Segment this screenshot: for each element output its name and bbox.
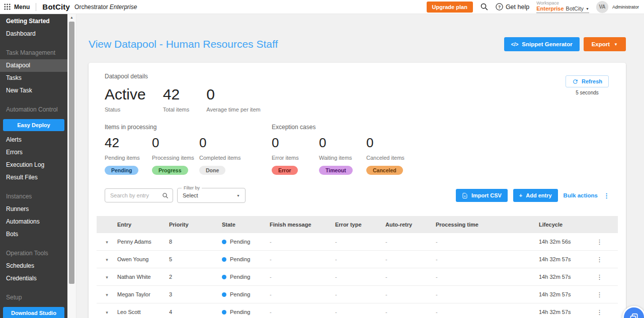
bulk-actions-button[interactable]: Bulk actions [564,192,598,198]
sidebar-item-result-files[interactable]: Result Files [0,171,67,184]
search-entry-input[interactable] [109,192,162,199]
menu-button[interactable]: Menu [14,4,30,11]
column-header-entry: Entry [117,222,169,228]
sidebar-section-setup: Setup [0,291,67,304]
stat-label: Average time per item [206,107,260,113]
sidebar-item-new-task[interactable]: New Task [0,84,67,97]
expand-row-icon[interactable]: ▾ [106,275,108,280]
refresh-label: Refresh [582,78,602,84]
chevron-down-icon: ▼ [586,7,589,11]
upgrade-plan-button[interactable]: Upgrade plan [427,2,473,13]
export-button[interactable]: Export ▼ [584,37,626,51]
bulk-actions-kebab-icon[interactable]: ⋮ [603,192,610,199]
stat-value: 0 [199,135,247,151]
svg-text:?: ? [498,5,501,10]
sidebar-button-easy-deploy[interactable]: Easy Deploy [3,119,64,131]
main-content: View Datapool - Human Resources Staff </… [76,14,644,318]
stat-value: 42 [163,86,190,103]
user-role: Administrator [612,5,639,10]
cell-processing-time: - [436,309,539,315]
cell-lifecycle: 14h 32m 57s [539,274,594,280]
expand-row-icon[interactable]: ▾ [106,310,108,315]
row-actions-kebab-icon[interactable]: ⋮ [594,273,605,281]
table-row: ▾ Nathan White 2 Pending - - - - 14h 32m… [97,268,618,286]
exception-stat: 0 Canceled items Canceled [366,135,414,175]
status-badge: Done [199,166,225,175]
sidebar-item-schedules[interactable]: Schedules [0,260,67,272]
cell-entry: Leo Scott [117,309,169,315]
row-actions-kebab-icon[interactable]: ⋮ [594,238,605,246]
scroll-up-arrow-icon[interactable]: ▲ [67,16,76,19]
page-title: View Datapool - Human Resources Staff [89,38,278,50]
status-badge: Canceled [366,166,403,175]
row-actions-kebab-icon[interactable]: ⋮ [594,291,605,298]
import-csv-button[interactable]: Import CSV [456,189,508,202]
product-label: Orchestrator [74,4,108,11]
state-dot-icon [222,310,226,314]
page-actions: </> Snippet Generator Export ▼ [504,37,626,51]
scrollbar-thumb[interactable] [69,22,74,284]
avatar[interactable]: VA [596,1,608,13]
cell-error-type: - [335,309,385,315]
column-header-priority: Priority [169,222,222,228]
stat-value: 0 [206,86,260,103]
state-label: Pending [230,291,250,297]
stat-label: Canceled items [366,155,414,161]
cell-lifecycle: 14h 32m 57s [539,256,594,262]
cell-entry: Megan Taylor [117,291,169,297]
search-icon[interactable] [480,3,489,11]
sidebar-item-credentials[interactable]: Credentials [0,272,67,285]
table-row: ▾ Leo Scott 4 Pending - - - - 14h 32m 57… [97,303,618,318]
help-icon: ? [496,3,503,11]
sidebar-item-runners[interactable]: Runners [0,203,67,216]
divider [36,3,36,11]
sidebar-item-datapool[interactable]: Datapool [0,59,67,72]
product-name: OrchestratorEnterprise [74,4,137,11]
cell-error-type: - [335,274,385,280]
stat-value: 0 [152,135,199,151]
botcity-logo: BotCity [42,3,70,11]
sidebar-item-bots[interactable]: Bots [0,228,67,241]
sidebar-item-alerts[interactable]: Alerts [0,134,67,146]
cell-lifecycle: 14h 32m 57s [539,309,594,315]
refresh-button[interactable]: Refresh [566,75,609,87]
state-dot-icon [222,275,226,279]
workspace-selector[interactable]: Workspace Enterprise BotCity ▼ [536,1,589,13]
filter-by-value: Select [183,192,198,198]
expand-row-icon[interactable]: ▾ [106,240,108,245]
sidebar-item-execution-log[interactable]: Execution Log [0,159,67,171]
cell-error-type: - [335,256,385,262]
sidebar-item-dashboard[interactable]: Dashboard [0,28,67,40]
scrollbar-track[interactable]: ▲ [67,14,76,318]
sidebar-item-tasks[interactable]: Tasks [0,72,67,84]
stat-label: Waiting items [319,155,366,161]
filter-by-select[interactable]: Filter by Select ▼ [177,188,246,203]
row-actions-kebab-icon[interactable]: ⋮ [594,256,605,263]
workspace-name: BotCity [566,6,584,12]
search-icon [162,192,169,199]
topbar-left: Menu BotCity OrchestratorEnterprise [4,3,137,11]
search-entry-box [105,188,173,202]
expand-row-icon[interactable]: ▾ [106,292,108,297]
status-badge: Pending [105,166,138,175]
get-help-button[interactable]: ? Get help [496,3,529,11]
expand-row-icon[interactable]: ▾ [106,257,108,262]
sidebar-button-download-studio[interactable]: Download Studio [3,307,64,318]
column-header-auto-retry: Auto-retry [385,222,436,228]
snippet-generator-button[interactable]: </> Snippet Generator [504,37,580,51]
column-header-processing-time: Processing time [436,222,539,228]
row-actions-kebab-icon[interactable]: ⋮ [594,308,605,316]
cell-state: Pending [222,291,270,297]
topbar-right: Upgrade plan ? Get help Workspace Enterp… [427,1,639,13]
cell-processing-time: - [436,239,539,245]
stat-label: Processing items [152,155,199,161]
cell-state: Pending [222,274,270,280]
sidebar-item-errors[interactable]: Errors [0,146,67,159]
app-grid-icon[interactable] [4,4,11,10]
add-entry-button[interactable]: + Add entry [513,189,558,202]
page-header: View Datapool - Human Resources Staff </… [89,37,626,51]
processing-stat: 42 Pending items Pending [105,135,152,175]
import-csv-label: Import CSV [471,192,502,198]
table-row: ▾ Megan Taylor 3 Pending - - - - 14h 32m… [97,286,618,303]
sidebar-item-automations[interactable]: Automations [0,216,67,228]
